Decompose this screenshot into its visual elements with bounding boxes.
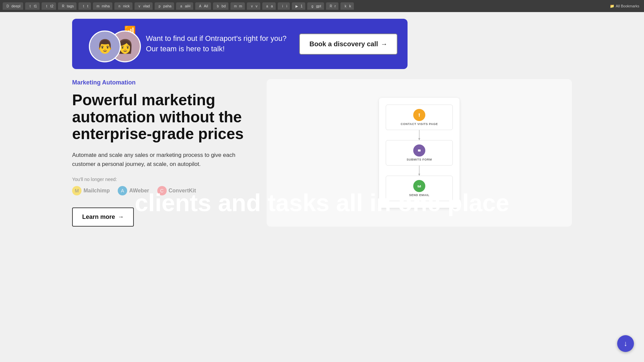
section-label: Marketing Automation	[72, 79, 257, 86]
mailchimp-icon: M	[72, 186, 82, 195]
aweber-icon: A	[118, 186, 127, 195]
tab-k[interactable]: k k	[340, 2, 354, 10]
visit-step-icon	[413, 109, 425, 121]
learn-more-button[interactable]: Learn more →	[72, 207, 134, 227]
tab-t2[interactable]: t t2	[42, 2, 56, 10]
tab-t1[interactable]: t t1	[25, 2, 40, 10]
tab-bd[interactable]: b bd	[213, 2, 228, 10]
learn-more-label: Learn more	[82, 214, 115, 221]
tab-label-deepl: deepl	[11, 4, 20, 8]
aweber-logo: A AWeber	[118, 186, 149, 195]
support-widget[interactable]: ↓	[617, 335, 634, 352]
tab-aii[interactable]: A AiI	[195, 2, 211, 10]
tab-i[interactable]: i i	[278, 2, 290, 10]
tab-deepl[interactable]: D deepl	[3, 2, 23, 10]
section-description: Automate and scale any sales or marketin…	[72, 150, 257, 169]
tab-vlad[interactable]: v vlad	[135, 2, 153, 10]
section-heading: Powerful marketing automation without th…	[72, 92, 257, 142]
convertkit-label: ConvertKit	[169, 188, 196, 194]
all-bookmarks-button[interactable]: 📁 All Bookmarks	[608, 3, 641, 9]
bookmarks-icon: 📁	[610, 4, 614, 8]
tab-a[interactable]: a a	[262, 2, 276, 10]
no-longer-label: You'll no longer need:	[72, 177, 257, 182]
tab-m[interactable]: m m	[230, 2, 245, 10]
mailchimp-logo: M Mailchimp	[72, 186, 110, 195]
mailchimp-label: Mailchimp	[84, 188, 110, 194]
tab-t[interactable]: t t	[78, 2, 91, 10]
connector-2	[419, 166, 420, 176]
aweber-label: AWeber	[129, 188, 149, 194]
competitor-logos-row: M Mailchimp A AWeber C ConvertKit	[72, 186, 257, 195]
visit-step-label: CONTACT VISITS PAGE	[400, 122, 438, 126]
convertkit-icon: C	[157, 186, 167, 195]
banner-description: Want to find out if Ontraport's right fo…	[146, 34, 289, 54]
email-step-label: SEND EMAIL	[409, 193, 430, 197]
tab-v[interactable]: v v	[247, 2, 260, 10]
browser-bar: D deepl t t1 t t2 R tags t t m miha n ni…	[0, 0, 644, 12]
tab-youtube[interactable]: ▶ 1	[292, 2, 305, 10]
tab-nick[interactable]: n nick	[114, 2, 132, 10]
section-left: Marketing Automation Powerful marketing …	[72, 79, 257, 227]
automation-diagram-panel: CONTACT VISITS PAGE SUBMITS FORM	[267, 79, 572, 227]
avatar-male: 👨	[89, 31, 121, 62]
tab-miha[interactable]: m miha	[93, 2, 112, 10]
marketing-automation-section: Marketing Automation Powerful marketing …	[72, 79, 572, 227]
svg-point-3	[417, 183, 422, 189]
diagram-step-visit: CONTACT VISITS PAGE	[386, 105, 453, 130]
banner-cta-area: Book a discovery call →	[299, 34, 397, 55]
diagram-step-submit: SUBMITS FORM	[386, 140, 453, 166]
diagram-step-email: SEND EMAIL	[386, 176, 453, 201]
book-discovery-call-button[interactable]: Book a discovery call →	[299, 34, 397, 55]
deepl-favicon: D	[5, 4, 10, 8]
discovery-call-label: Book a discovery call	[309, 40, 378, 48]
learn-more-arrow: →	[118, 214, 124, 221]
convertkit-logo: C ConvertKit	[157, 186, 196, 195]
support-icon: ↓	[624, 339, 628, 348]
automation-diagram: CONTACT VISITS PAGE SUBMITS FORM	[379, 98, 460, 208]
tab-tags[interactable]: R tags	[58, 2, 76, 10]
connector-1	[419, 130, 420, 140]
submit-step-label: SUBMITS FORM	[407, 158, 432, 161]
email-step-icon	[413, 180, 425, 192]
submit-step-icon	[413, 144, 425, 157]
tab-paha[interactable]: p paha	[155, 2, 174, 10]
svg-rect-2	[418, 149, 421, 152]
main-content: 👨 👩 📶 Want to find out if Ontraport's ri…	[0, 12, 644, 233]
tab-aih[interactable]: a aiH	[176, 2, 193, 10]
banner-text: Want to find out if Ontraport's right fo…	[146, 34, 289, 54]
bookmarks-label: All Bookmarks	[616, 4, 639, 8]
banner-avatars: 👨 👩 📶	[82, 25, 136, 62]
discovery-call-banner: 👨 👩 📶 Want to find out if Ontraport's ri…	[72, 19, 408, 69]
discovery-call-arrow: →	[381, 40, 387, 48]
tab-gpt[interactable]: g gpt	[307, 2, 324, 10]
tab-r[interactable]: R r	[326, 2, 339, 10]
